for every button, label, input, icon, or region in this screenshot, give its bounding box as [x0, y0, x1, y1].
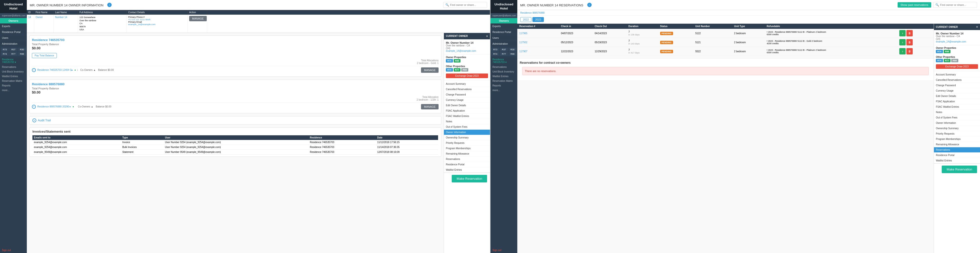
search-bar-1[interactable]: 🔍 [443, 2, 487, 8]
tag-other-r88-1[interactable]: R88 [461, 68, 468, 72]
rp-reservations-2[interactable]: Reservations [934, 147, 980, 153]
sidebar-residence-portal-1[interactable]: Residence Portal [0, 29, 27, 35]
manage-btn-1[interactable]: MANAGE [189, 16, 207, 21]
owners-section-2[interactable]: Owners [490, 18, 517, 24]
grid-r88-2[interactable]: R88 [509, 52, 517, 56]
grid-r77[interactable]: R77 [9, 52, 17, 56]
sidebar-sub-unit-block-1[interactable]: Unit Block Inventory [0, 69, 27, 74]
sidebar-administration-2[interactable]: Administration [490, 41, 517, 47]
rp-ownership-summary-2[interactable]: Ownership Summary [934, 126, 980, 131]
rp-waitlist-2[interactable]: Waitlist Entries [934, 158, 980, 163]
res-arrow-btn-3[interactable]: › [899, 48, 906, 54]
rp-owner-info-1[interactable]: Owner Information [444, 130, 490, 135]
residence-link-1[interactable]: Residence 746535703 12404 G▸ [37, 69, 73, 71]
year-tab-2023[interactable]: 2023 [532, 17, 544, 22]
rp-currency-1[interactable]: Currency Usage [444, 98, 490, 103]
rp-notes-1[interactable]: Notes [444, 119, 490, 124]
tag-r88-2[interactable]: R88 [944, 50, 951, 53]
grid-r73[interactable]: R73 [1, 48, 9, 51]
grid-r74[interactable]: R74 [1, 52, 9, 56]
rp-program-2[interactable]: Program Memberships [934, 136, 980, 142]
rp-priority-2[interactable]: Priority Requests [934, 131, 980, 136]
grid-r30-2[interactable]: R30 [509, 48, 517, 51]
sidebar-sub-waitlist-1[interactable]: Waitlist Entries [0, 74, 27, 78]
rp-account-summary-2[interactable]: Account Summary [934, 72, 980, 77]
rp-reservations-1[interactable]: Reservations [444, 157, 490, 162]
sidebar-sub-reservations-2[interactable]: Reservations [490, 65, 517, 69]
rp-fsac-app-2[interactable]: FSAC Application [934, 99, 980, 104]
sidebar-residence-label-1[interactable]: Residence 746535703 ▾ [0, 57, 27, 65]
res-arrow-btn-2[interactable]: › [899, 39, 906, 45]
search-bar-2[interactable]: 🔍 [933, 2, 977, 8]
rp-change-pass-1[interactable]: Change Password [444, 92, 490, 98]
grid-r88[interactable]: R88 [18, 52, 26, 56]
rp-ownership-summary-1[interactable]: Ownership Summary [444, 135, 490, 141]
sign-out-2[interactable]: Sign out [490, 247, 517, 253]
tag-r74-1[interactable]: R74 [446, 59, 453, 62]
grid-r37[interactable]: R37 [9, 48, 17, 51]
grid-r73-2[interactable]: R73 [491, 48, 499, 51]
rp-edit-owner-1[interactable]: Edit Owner Details [444, 103, 490, 108]
sidebar-sub-more-1[interactable]: more... [0, 88, 27, 93]
rp-residence-portal-2[interactable]: Residence Portal [934, 153, 980, 158]
rp-account-summary-1[interactable]: Account Summary [444, 81, 490, 87]
res-trash-btn-1[interactable]: 🗑 [906, 30, 913, 36]
sidebar-sub-unit-block-2[interactable]: Unit Block Inventory [490, 69, 517, 74]
res-link-3[interactable]: 117907 [519, 50, 527, 53]
rp-out-of-system-1[interactable]: Out of System Fees [444, 124, 490, 130]
tag-other-r77-2[interactable]: R77 [944, 59, 951, 62]
manage-btn-res-2[interactable]: MANAGE [421, 104, 439, 109]
rp-fsac-waitlist-1[interactable]: FSAC Waitlist Entries [444, 114, 490, 119]
show-past-btn-2[interactable]: Show past reservations [897, 2, 931, 8]
sidebar-exports-1[interactable]: Exports [0, 24, 27, 29]
rp-remaining-2[interactable]: Remaining Allowance [934, 142, 980, 147]
rp-waitlist-1[interactable]: Waitlist Entries [444, 167, 490, 173]
sidebar-exports-2[interactable]: Exports [490, 24, 517, 29]
rp-program-1[interactable]: Program Memberships [444, 146, 490, 151]
res-link-1[interactable]: 117965 [519, 32, 527, 35]
sidebar-residence-portal-2[interactable]: Residence Portal [490, 29, 517, 35]
sidebar-sub-reservations-1[interactable]: Reservations [0, 65, 27, 69]
rp-change-pass-2[interactable]: Change Password [934, 83, 980, 88]
sidebar-administration-1[interactable]: Administration [0, 41, 27, 47]
tag-r74-2[interactable]: R74 [936, 50, 943, 53]
res-trash-btn-2[interactable]: 🗑 [906, 39, 913, 45]
rp-priority-1[interactable]: Priority Requests [444, 141, 490, 146]
sidebar-sub-matrix-1[interactable]: Reservation Matrix [0, 78, 27, 83]
rp-notes-2[interactable]: Notes [934, 110, 980, 115]
exchange-btn-1[interactable]: Exchange Draw 2023 [446, 74, 488, 78]
sidebar-sub-waitlist-2[interactable]: Waitlist Entries [490, 74, 517, 78]
sidebar-users-1[interactable]: Users [0, 35, 27, 41]
grid-r37-2[interactable]: R37 [500, 48, 508, 51]
grid-r77-2[interactable]: R77 [500, 52, 508, 56]
sign-out-1[interactable]: Sign out [0, 247, 27, 253]
rp-cancelled-res-2[interactable]: Cancelled Reservations [934, 77, 980, 83]
sidebar-users-2[interactable]: Users [490, 35, 517, 41]
rp-remaining-1[interactable]: Remaining Allowance [444, 151, 490, 157]
tag-other-r77-1[interactable]: R77 [454, 68, 461, 72]
res-arrow-btn-1[interactable]: › [899, 30, 906, 36]
make-reservation-btn-1[interactable]: Make Reservation [452, 175, 487, 183]
rp-out-of-system-2[interactable]: Out of System Fees [934, 115, 980, 120]
sidebar-sub-reports-2[interactable]: Reports [490, 83, 517, 88]
grid-r74-2[interactable]: R74 [491, 52, 499, 56]
tag-other-r74-1[interactable]: R74 [446, 68, 453, 72]
rp-owner-info-2[interactable]: Owner Information [934, 120, 980, 126]
tag-other-r88-2[interactable]: R88 [951, 59, 958, 62]
manage-btn-res-1[interactable]: MANAGE [421, 67, 439, 73]
sidebar-residence-label-2[interactable]: Residence 746535703 ▾ [490, 57, 517, 65]
close-icon-1[interactable]: × [486, 34, 488, 38]
residence-link-bar-2[interactable]: Residence 888576880 [520, 11, 545, 14]
rp-fsac-app-1[interactable]: FSAC Application [444, 108, 490, 114]
rp-currency-2[interactable]: Currency Usage [934, 88, 980, 93]
sidebar-sub-reports-1[interactable]: Reports [0, 83, 27, 88]
rp-fsac-waitlist-2[interactable]: FSAC Waitlist Entries [934, 104, 980, 110]
search-input-2[interactable] [940, 3, 975, 6]
res-trash-btn-3[interactable]: 🗑 [906, 48, 913, 54]
tag-other-r74-2[interactable]: R74 [936, 59, 943, 62]
sidebar-sub-matrix-2[interactable]: Reservation Matrix [490, 78, 517, 83]
info-icon-1[interactable]: i [107, 3, 111, 7]
residence-link-2[interactable]: Residence 888576880 20290 ▸ [37, 105, 71, 108]
make-reservation-btn-2[interactable]: Make Reservation [942, 166, 977, 173]
rp-cancelled-res-1[interactable]: Cancelled Reservations [444, 87, 490, 92]
